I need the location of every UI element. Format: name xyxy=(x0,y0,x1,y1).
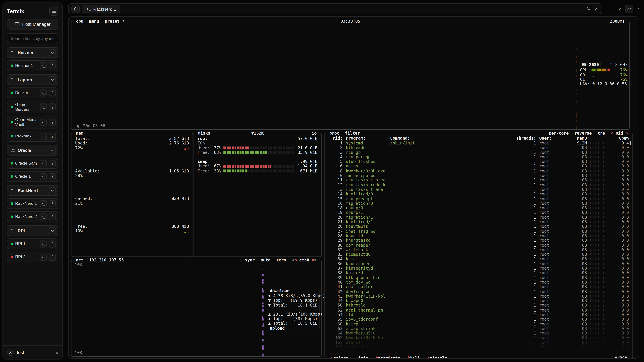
open-terminal-button[interactable]: >_ xyxy=(40,119,47,126)
sidebar-footer[interactable]: test ∧ xyxy=(3,345,62,359)
host-item-rpi-2[interactable]: RPI 2 >_ ⋮ xyxy=(7,252,58,262)
process-row[interactable]: 5 slub_flushwq 1 root 0B 0.0 xyxy=(328,159,629,164)
process-row[interactable]: 36 khugepaged 1 root 0B 0.0 xyxy=(328,261,629,266)
process-row[interactable]: 2 kthreadd 1 root 0B 0.0 xyxy=(328,145,629,150)
process-row[interactable]: 3 rcu_gp 1 root 0B 0.0 xyxy=(328,150,629,155)
group-header-racknerd[interactable]: RackNerd xyxy=(7,185,58,196)
process-row[interactable]: 33 kcompactd0 1 root 0B 0.0 xyxy=(328,252,629,257)
net-auto-button[interactable]: auto xyxy=(260,258,272,263)
footer-action-select[interactable]: ⇅select xyxy=(330,356,350,359)
open-terminal-button[interactable]: >_ xyxy=(40,103,47,110)
process-row[interactable]: 64 kworker/u5:0 1 root 0B 0.0 xyxy=(328,331,629,336)
chevron-down-icon[interactable] xyxy=(49,49,56,56)
kebab-menu-icon[interactable]: ⋮ xyxy=(49,213,56,220)
process-row[interactable]: 28 kauditd 1 root 0B 0.0 xyxy=(328,233,629,238)
process-row[interactable]: 19 cpuhp/1 1 root 0B 0.0 xyxy=(328,210,629,215)
update-interval[interactable]: 2000ms xyxy=(608,19,626,24)
chevron-down-icon[interactable]: ∨ xyxy=(618,6,622,11)
host-item-hetzner-1[interactable]: Hetzner 1 >_ ⋮ xyxy=(7,60,58,71)
host-item-rpi-1[interactable]: RPI 1 >_ ⋮ xyxy=(7,239,58,249)
process-row[interactable]: 168 scsi_eh_0 1 root 0B 0.0 xyxy=(328,345,629,350)
host-item-proxmox[interactable]: Proxmox >_ ⋮ xyxy=(7,131,58,142)
open-terminal-button[interactable]: >_ xyxy=(40,160,47,167)
process-row[interactable]: 55 ipv6_addrconf 1 root 0B 0.0 xyxy=(328,317,629,322)
process-row[interactable]: 32 writeback 1 root 0B 0.0 xyxy=(328,247,629,252)
menu-button[interactable]: menu xyxy=(88,19,100,24)
open-terminal-button[interactable]: >_ xyxy=(40,253,47,260)
sort-column-selector[interactable]: < pid > xyxy=(610,131,629,136)
chevron-down-icon[interactable] xyxy=(49,187,56,194)
chevron-down-icon[interactable] xyxy=(49,147,56,154)
net-sync-button[interactable]: sync xyxy=(244,258,256,263)
process-row[interactable]: 21 ksoftirqd/1 1 root 0B 0.0 xyxy=(328,220,629,224)
process-row[interactable]: 43 kworker/1:1H-kbl 1 root 0B 0.0 xyxy=(328,294,629,299)
host-item-game-servers[interactable]: Game Servers >_ ⋮ xyxy=(7,100,58,113)
process-row[interactable]: 41 edac-poller 1 root 0B 0.0 xyxy=(328,285,629,289)
reverse-toggle[interactable]: reverse xyxy=(573,131,593,136)
kebab-menu-icon[interactable]: ⋮ xyxy=(49,240,56,247)
search-input[interactable] xyxy=(7,33,58,43)
process-row[interactable]: 18 cpuhp/0 1 root 0B 0.0 xyxy=(328,206,629,210)
process-list[interactable]: 1 systemd /sbin/init 1 root 9.2M 0.4 2 k… xyxy=(328,141,629,352)
open-terminal-button[interactable]: >_ xyxy=(40,89,47,96)
process-row[interactable]: 26 kdevtmpfs 1 root 0B 0.0 xyxy=(328,224,629,229)
process-row[interactable]: 50 kthrotld 1 root 0B 0.0 xyxy=(328,303,629,308)
filter-button[interactable]: filter xyxy=(344,131,361,136)
host-item-racknerd-1[interactable]: RackNerd 1 >_ ⋮ xyxy=(7,198,58,209)
chevron-down-icon[interactable] xyxy=(49,227,56,234)
kebab-menu-icon[interactable]: ⋮ xyxy=(49,173,56,180)
terminal[interactable]: cpu menu preset * 03:30:05 2000ms ⠀ ⠀ ⡀ … xyxy=(68,16,639,359)
process-row[interactable]: 10 mm_percpu_wq 1 root 0B 0.0 xyxy=(328,173,629,178)
chevron-up-icon[interactable]: ∧ xyxy=(636,6,641,11)
split-view-icon[interactable]: ⇅ xyxy=(586,6,591,11)
kebab-menu-icon[interactable]: ⋮ xyxy=(49,133,56,140)
kebab-menu-icon[interactable]: ⋮ xyxy=(49,119,56,126)
open-terminal-button[interactable]: >_ xyxy=(40,133,47,140)
footer-action-signals[interactable]: ssignals xyxy=(426,356,448,359)
kebab-menu-icon[interactable]: ⋮ xyxy=(49,200,56,207)
process-row[interactable]: 27 inet_frag_wq 1 root 0B 0.0 xyxy=(328,229,629,234)
tab-racknerd-1[interactable]: >_ RackNerd 1 xyxy=(82,5,120,13)
net-zero-button[interactable]: zero xyxy=(275,258,288,263)
host-item-oracle-sam[interactable]: Oracle Sam >_ ⋮ xyxy=(7,158,58,169)
process-row[interactable]: 11 rcu_tasks_kthrea 1 root 0B 0.0 xyxy=(328,178,629,183)
kebab-menu-icon[interactable]: ⋮ xyxy=(49,103,56,110)
process-row[interactable]: 29 khungtaskd 1 root 0B 0.0 xyxy=(328,238,629,243)
host-item-open-media-vault[interactable]: Open Media Vault >_ ⋮ xyxy=(7,116,58,129)
process-row[interactable]: 20 migration/1 1 root 0B 0.0 xyxy=(328,215,629,220)
io-toggle[interactable]: io xyxy=(310,131,318,136)
process-row[interactable]: 63 zswap-shrink 1 root 0B 0.0 xyxy=(328,326,629,331)
chevron-down-icon[interactable] xyxy=(49,76,56,83)
process-row[interactable]: 39 blkcg_punt_bio 1 root 0B 0.0 xyxy=(328,275,629,280)
group-header-hetzner[interactable]: Hetzner xyxy=(7,47,58,58)
home-button[interactable] xyxy=(72,5,80,13)
process-row[interactable]: 14 ksoftirqd/0 1 root 0B 0.0 xyxy=(328,192,629,196)
process-row[interactable]: 40 tpm_dev_wq 1 root 0B 0.0 xyxy=(328,280,629,285)
tools-icon[interactable] xyxy=(625,5,633,13)
footer-action-terminate[interactable]: tterminate xyxy=(374,356,402,359)
chevron-up-icon[interactable]: ∧ xyxy=(56,350,58,354)
per-core-toggle[interactable]: per-core xyxy=(548,131,570,136)
host-item-docker[interactable]: Docker >_ ⋮ xyxy=(7,87,58,98)
kebab-menu-icon[interactable]: ⋮ xyxy=(49,253,56,260)
net-interface-selector[interactable]: <b eth0 n> xyxy=(291,258,318,263)
process-row[interactable]: 162 kworker/0:1H-kbl 1 root 0B 0.0 xyxy=(328,336,629,340)
group-header-laptop[interactable]: Laptop xyxy=(7,74,58,85)
scrollbar-thumb[interactable] xyxy=(630,141,631,145)
kebab-menu-icon[interactable]: ⋮ xyxy=(49,89,56,96)
kebab-menu-icon[interactable]: ⋮ xyxy=(49,160,56,167)
process-row[interactable]: 4 rcu_par_gp 1 root 0B 0.0 xyxy=(328,155,629,159)
host-item-racknerd-2[interactable]: RackNerd 2 >_ ⋮ xyxy=(7,211,58,222)
close-icon[interactable]: ✕ xyxy=(594,6,599,11)
hamburger-menu-icon[interactable] xyxy=(49,6,58,15)
open-terminal-button[interactable]: >_ xyxy=(40,173,47,180)
process-row[interactable]: 13 rcu_tasks_trace_ 1 root 0B 0.0 xyxy=(328,187,629,192)
process-row[interactable]: 52 acpi_thermal_pm 1 root 0B 0.0 xyxy=(328,308,629,312)
host-item-oracle-1[interactable]: Oracle 1 >_ ⋮ xyxy=(7,171,58,182)
process-row[interactable]: 6 netns 1 root 0B 0.0 xyxy=(328,164,629,169)
process-row[interactable]: 8 kworker/0:0H-eve 1 root 0B 0.0 xyxy=(328,169,629,173)
process-row[interactable]: 15 rcu_preempt 1 root 0B 0.0 xyxy=(328,196,629,201)
process-row[interactable]: 37 kintegrityd 1 root 0B 0.0 xyxy=(328,266,629,271)
process-row[interactable]: 12 rcu_tasks_rude_k 1 root 0B 0.0 xyxy=(328,183,629,187)
process-row[interactable]: 60 kstrp 1 root 0B 0.0 xyxy=(328,322,629,326)
